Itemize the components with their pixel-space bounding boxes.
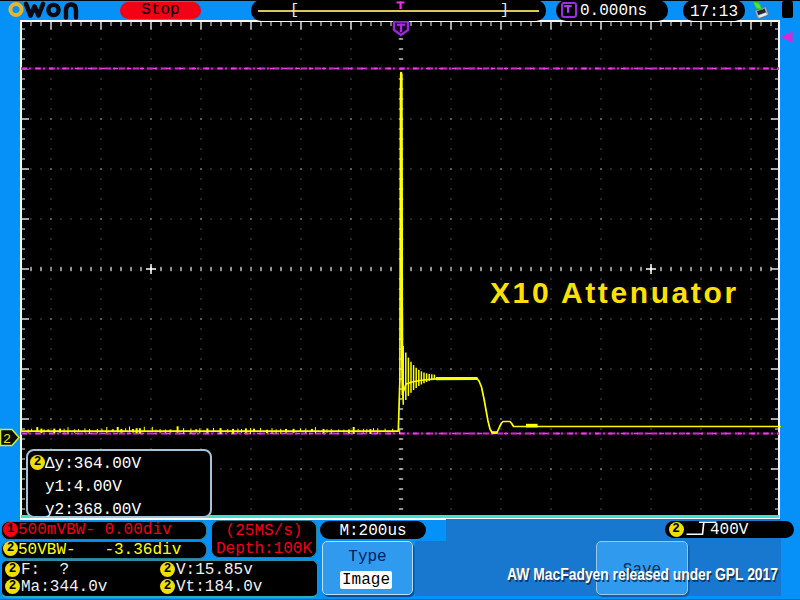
- svg-text:2: 2: [3, 432, 11, 447]
